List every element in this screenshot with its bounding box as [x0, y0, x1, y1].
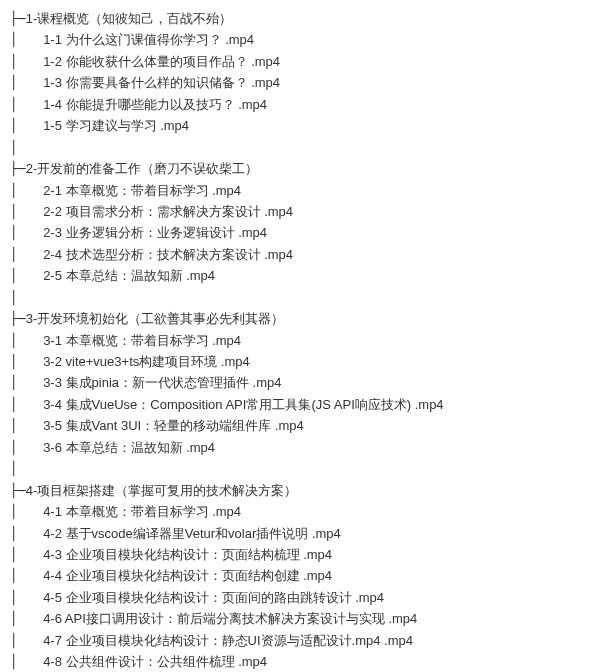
- file-tree: ├─1-课程概览（知彼知己，百战不殆）│ 1-1 为什么这门课值得你学习？ .m…: [10, 8, 585, 672]
- chapter-header: ├─3-开发环境初始化（工欲善其事必先利其器）: [10, 308, 585, 329]
- tree-branch-icon: ├─: [10, 11, 26, 26]
- item-number: 1-4: [43, 97, 65, 112]
- indent: [18, 183, 43, 198]
- file-item: │ 4-5 企业项目模块化结构设计：页面间的路由跳转设计 .mp4: [10, 587, 585, 608]
- item-name: 公共组件设计：公共组件梳理: [66, 654, 239, 669]
- tree-pipe-icon: │: [10, 440, 18, 455]
- item-ext: .mp4: [303, 547, 332, 562]
- file-item: │ 3-3 集成pinia：新一代状态管理插件 .mp4: [10, 372, 585, 393]
- indent: [18, 654, 43, 669]
- item-number: 4-7: [43, 633, 65, 648]
- item-name: 企业项目模块化结构设计：页面间的路由跳转设计: [66, 590, 356, 605]
- tree-pipe-icon: │: [10, 118, 18, 133]
- indent: [18, 611, 43, 626]
- tree-pipe-icon: │: [10, 290, 18, 305]
- indent: [18, 397, 43, 412]
- item-number: 2-2: [43, 204, 65, 219]
- item-number: 1-1: [43, 32, 65, 47]
- indent: [18, 333, 43, 348]
- tree-pipe-icon: │: [10, 268, 18, 283]
- item-number: 2-1: [43, 183, 65, 198]
- item-ext: .mp4: [312, 526, 341, 541]
- tree-pipe-icon: │: [10, 547, 18, 562]
- tree-pipe-icon: │: [10, 204, 18, 219]
- chapter-title: 课程概览（知彼知己，百战不殆）: [37, 11, 232, 26]
- item-ext: .mp4: [415, 397, 444, 412]
- item-name: 项目需求分析：需求解决方案设计: [66, 204, 265, 219]
- item-number: 4-1: [43, 504, 65, 519]
- item-name: 本章总结：温故知新: [66, 268, 187, 283]
- tree-pipe-icon: │: [10, 354, 18, 369]
- file-item: │ 2-4 技术选型分析：技术解决方案设计 .mp4: [10, 244, 585, 265]
- item-number: 3-6: [43, 440, 65, 455]
- item-name: 本章概览：带着目标学习: [66, 183, 213, 198]
- indent: [18, 32, 43, 47]
- item-number: 1-5: [43, 118, 65, 133]
- tree-pipe-icon: │: [10, 461, 18, 476]
- tree-spacer: │: [10, 287, 585, 308]
- file-item: │ 2-3 业务逻辑分析：业务逻辑设计 .mp4: [10, 222, 585, 243]
- item-number: 4-8: [43, 654, 65, 669]
- tree-branch-icon: ├─: [10, 311, 26, 326]
- item-name: API接口调用设计：前后端分离技术解决方案设计与实现: [65, 611, 389, 626]
- item-ext: .mp4: [238, 97, 267, 112]
- item-ext: .mp4: [212, 333, 241, 348]
- file-item: │ 1-5 学习建议与学习 .mp4: [10, 115, 585, 136]
- item-ext: .mp4: [212, 183, 241, 198]
- chapter-title: 开发前的准备工作（磨刀不误砍柴工）: [37, 161, 258, 176]
- tree-pipe-icon: │: [10, 568, 18, 583]
- item-name: 你能收获什么体量的项目作品？: [66, 54, 252, 69]
- item-name: 你能提升哪些能力以及技巧？: [66, 97, 239, 112]
- item-ext: .mp4: [186, 268, 215, 283]
- indent: [18, 97, 43, 112]
- item-ext: .mp4: [388, 611, 417, 626]
- indent: [18, 526, 43, 541]
- tree-pipe-icon: │: [10, 375, 18, 390]
- item-name: 企业项目模块化结构设计：静态UI资源与适配设计.mp4: [66, 633, 385, 648]
- item-ext: .mp4: [384, 633, 413, 648]
- item-number: 4-2: [43, 526, 65, 541]
- indent: [18, 547, 43, 562]
- tree-pipe-icon: │: [10, 504, 18, 519]
- indent: [18, 568, 43, 583]
- item-ext: .mp4: [238, 654, 267, 669]
- chapter-title: 项目框架搭建（掌握可复用的技术解决方案）: [37, 483, 297, 498]
- item-ext: .mp4: [355, 590, 384, 605]
- indent: [18, 204, 43, 219]
- item-ext: .mp4: [160, 118, 189, 133]
- item-name: 集成Vant 3UI：轻量的移动端组件库: [66, 418, 275, 433]
- file-item: │ 4-3 企业项目模块化结构设计：页面结构梳理 .mp4: [10, 544, 585, 565]
- tree-pipe-icon: │: [10, 654, 18, 669]
- chapter-number: 2-: [26, 161, 38, 176]
- chapter-header: ├─2-开发前的准备工作（磨刀不误砍柴工）: [10, 158, 585, 179]
- item-name: 本章概览：带着目标学习: [66, 333, 213, 348]
- chapter-header: ├─1-课程概览（知彼知己，百战不殆）: [10, 8, 585, 29]
- item-ext: .mp4: [275, 418, 304, 433]
- item-number: 2-4: [43, 247, 65, 262]
- tree-pipe-icon: │: [10, 633, 18, 648]
- tree-pipe-icon: │: [10, 418, 18, 433]
- item-name: 你需要具备什么样的知识储备？: [66, 75, 252, 90]
- item-number: 2-3: [43, 225, 65, 240]
- file-item: │ 2-2 项目需求分析：需求解决方案设计 .mp4: [10, 201, 585, 222]
- indent: [18, 354, 43, 369]
- file-item: │ 1-2 你能收获什么体量的项目作品？ .mp4: [10, 51, 585, 72]
- item-number: 2-5: [43, 268, 65, 283]
- tree-pipe-icon: │: [10, 183, 18, 198]
- item-number: 3-2: [43, 354, 65, 369]
- indent: [18, 590, 43, 605]
- tree-pipe-icon: │: [10, 611, 18, 626]
- indent: [18, 504, 43, 519]
- file-item: │ 1-1 为什么这门课值得你学习？ .mp4: [10, 29, 585, 50]
- indent: [18, 118, 43, 133]
- item-number: 4-6: [43, 611, 65, 626]
- indent: [18, 247, 43, 262]
- item-number: 3-5: [43, 418, 65, 433]
- item-ext: .mp4: [303, 568, 332, 583]
- chapter-title: 开发环境初始化（工欲善其事必先利其器）: [37, 311, 284, 326]
- indent: [18, 633, 43, 648]
- item-name: 集成VueUse：Composition API常用工具集(JS API响应技术…: [66, 397, 415, 412]
- item-name: 本章概览：带着目标学习: [66, 504, 213, 519]
- tree-pipe-icon: │: [10, 247, 18, 262]
- indent: [18, 375, 43, 390]
